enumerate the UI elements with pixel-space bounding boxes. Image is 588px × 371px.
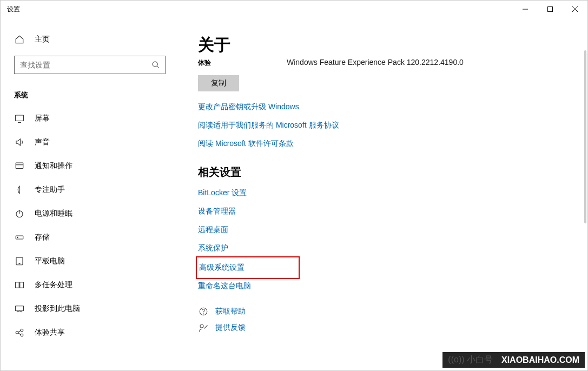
page-title: 关于: [198, 34, 566, 56]
copy-button[interactable]: 复制: [198, 75, 239, 91]
svg-point-4: [153, 62, 157, 67]
link-system-protection[interactable]: 系统保护: [198, 243, 566, 253]
watermark: ((o)) 小白号 XIAOBAIHAO.COM: [442, 352, 585, 368]
feedback-icon: [198, 322, 209, 333]
home-nav[interactable]: 主页: [1, 29, 176, 50]
sound-icon: [14, 137, 25, 148]
tablet-icon: [14, 256, 25, 267]
link-license-terms[interactable]: 阅读 Microsoft 软件许可条款: [198, 139, 566, 149]
close-button[interactable]: [563, 1, 587, 18]
svg-line-23: [18, 333, 21, 335]
focus-icon: [14, 184, 25, 195]
related-title: 相关设置: [198, 165, 566, 180]
link-services-agreement[interactable]: 阅读适用于我们服务的 Microsoft 服务协议: [198, 121, 566, 130]
multitasking-icon: [14, 280, 25, 290]
nav-label: 多任务处理: [35, 280, 72, 290]
project-icon: [14, 303, 25, 314]
link-bitlocker[interactable]: BitLocker 设置: [198, 188, 566, 198]
nav-display[interactable]: 屏幕: [1, 107, 176, 130]
nav-label: 体验共享: [35, 328, 65, 337]
svg-line-22: [18, 330, 21, 332]
feature-pack-text: Windows Feature Experience Pack 120.2212…: [287, 58, 464, 67]
link-change-product-key[interactable]: 更改产品密钥或升级 Windows: [198, 102, 566, 112]
sidebar: 主页 系统 屏幕 声音 通知和操作: [1, 18, 176, 370]
link-device-manager[interactable]: 设备管理器: [198, 207, 566, 216]
nav-label: 声音: [35, 137, 50, 147]
experience-subhead: 体验: [198, 58, 211, 68]
link-remote-desktop[interactable]: 远程桌面: [198, 225, 566, 235]
nav-multitasking[interactable]: 多任务处理: [1, 273, 176, 297]
link-get-help[interactable]: 获取帮助: [215, 307, 246, 316]
maximize-button[interactable]: [538, 1, 563, 18]
window-title: 设置: [7, 5, 513, 14]
help-row: 获取帮助: [198, 306, 566, 317]
svg-point-25: [203, 314, 203, 314]
svg-rect-1: [548, 7, 553, 12]
svg-rect-8: [16, 163, 23, 169]
nav-focus-assist[interactable]: 专注助手: [1, 178, 176, 202]
section-label: 系统: [1, 85, 176, 107]
minimize-button[interactable]: [513, 1, 538, 18]
watermark-logo: ((o)) 小白号: [448, 354, 497, 366]
home-icon: [14, 34, 25, 45]
nav-label: 存储: [35, 233, 50, 242]
feedback-row: 提供反馈: [198, 322, 566, 333]
svg-point-13: [17, 237, 18, 238]
nav-label: 电源和睡眠: [35, 209, 72, 218]
titlebar: 设置: [1, 1, 587, 18]
svg-rect-18: [16, 306, 24, 311]
highlight-box: 高级系统设置: [196, 256, 300, 279]
svg-line-5: [157, 66, 159, 68]
storage-icon: [14, 232, 25, 243]
nav-tablet[interactable]: 平板电脑: [1, 249, 176, 273]
help-icon: [198, 306, 209, 317]
nav-label: 投影到此电脑: [35, 304, 80, 314]
watermark-text: XIAOBAIHAO.COM: [501, 355, 579, 365]
power-icon: [14, 208, 25, 219]
search-input[interactable]: [14, 56, 166, 74]
settings-window: 设置 主页 系统: [0, 0, 588, 371]
link-advanced-system-settings[interactable]: 高级系统设置: [199, 263, 245, 273]
nav-power-sleep[interactable]: 电源和睡眠: [1, 202, 176, 226]
main-content: 关于 体验 Windows Feature Experience Pack 12…: [176, 18, 587, 370]
search-wrap: [14, 56, 166, 74]
svg-point-19: [16, 332, 18, 334]
home-label: 主页: [35, 35, 50, 44]
svg-rect-6: [16, 115, 24, 121]
nav-storage[interactable]: 存储: [1, 226, 176, 249]
nav-label: 屏幕: [35, 114, 50, 123]
notifications-icon: [14, 161, 25, 171]
search-icon[interactable]: [151, 61, 160, 69]
link-rename-pc[interactable]: 重命名这台电脑: [198, 281, 566, 291]
nav-sound[interactable]: 声音: [1, 130, 176, 154]
svg-point-21: [21, 334, 23, 336]
nav-shared-experiences[interactable]: 体验共享: [1, 321, 176, 345]
svg-rect-16: [16, 282, 19, 288]
svg-point-20: [21, 329, 23, 332]
link-give-feedback[interactable]: 提供反馈: [215, 323, 246, 333]
svg-rect-17: [20, 282, 24, 288]
svg-point-26: [200, 324, 203, 328]
nav-label: 专注助手: [35, 185, 65, 195]
nav-label: 通知和操作: [35, 161, 72, 171]
display-icon: [14, 113, 25, 124]
scrollbar[interactable]: [584, 50, 586, 223]
nav-project[interactable]: 投影到此电脑: [1, 297, 176, 321]
shared-icon: [14, 327, 25, 338]
body: 主页 系统 屏幕 声音 通知和操作: [1, 18, 587, 370]
nav-label: 平板电脑: [35, 256, 65, 266]
nav-notifications[interactable]: 通知和操作: [1, 154, 176, 178]
